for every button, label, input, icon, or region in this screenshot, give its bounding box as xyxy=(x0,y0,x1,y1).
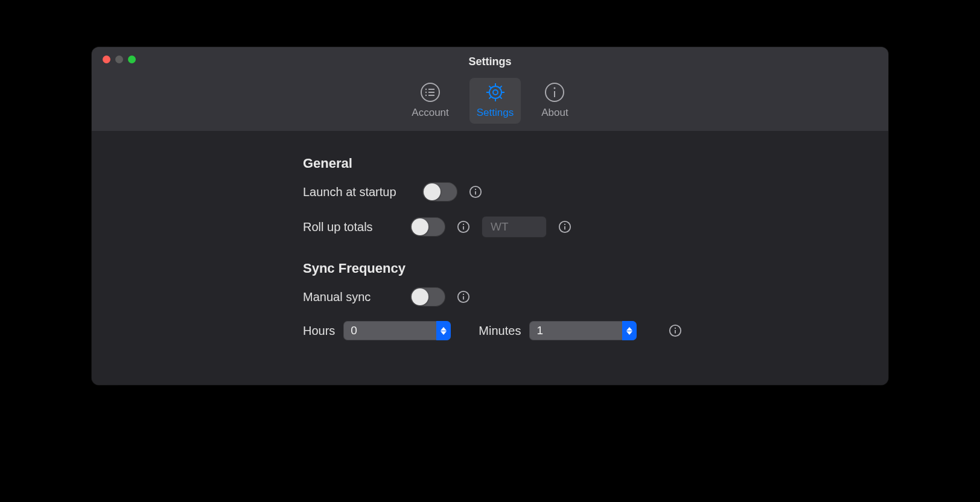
rollup-info-icon[interactable] xyxy=(456,220,471,234)
launch-label: Launch at startup xyxy=(303,185,412,199)
list-icon xyxy=(419,81,441,103)
minutes-select[interactable]: 1 xyxy=(529,321,637,340)
svg-marker-33 xyxy=(441,331,447,335)
launch-info-icon[interactable] xyxy=(468,185,483,199)
svg-marker-34 xyxy=(626,327,632,331)
svg-marker-35 xyxy=(626,331,632,335)
close-button[interactable] xyxy=(103,56,110,63)
minutes-value: 1 xyxy=(529,324,622,337)
manual-sync-label: Manual sync xyxy=(303,290,399,304)
svg-line-16 xyxy=(500,86,502,88)
tab-about[interactable]: About xyxy=(534,78,575,124)
manual-sync-toggle[interactable] xyxy=(410,287,445,307)
rollup-toggle[interactable] xyxy=(410,217,445,237)
svg-line-15 xyxy=(489,97,491,99)
launch-row: Launch at startup xyxy=(303,182,852,202)
toggle-knob xyxy=(412,218,428,235)
frequency-info-icon[interactable] xyxy=(668,323,682,338)
svg-point-1 xyxy=(425,89,427,90)
svg-point-24 xyxy=(463,224,464,225)
svg-point-8 xyxy=(493,90,498,95)
settings-window: Settings Account xyxy=(92,47,888,385)
svg-line-13 xyxy=(489,86,491,88)
tab-settings[interactable]: Settings xyxy=(469,78,521,124)
gear-icon xyxy=(485,81,506,103)
toggle-knob xyxy=(424,183,441,200)
svg-point-37 xyxy=(675,328,676,329)
stepper-arrows-icon xyxy=(436,321,451,340)
tab-account-label: Account xyxy=(412,107,448,119)
manual-sync-info-icon[interactable] xyxy=(456,290,471,304)
tab-account[interactable]: Account xyxy=(404,78,456,124)
svg-point-3 xyxy=(425,92,427,93)
svg-point-18 xyxy=(554,87,556,89)
svg-point-27 xyxy=(564,224,565,225)
svg-marker-32 xyxy=(441,327,447,331)
window-title: Settings xyxy=(103,56,877,72)
rollup-input[interactable] xyxy=(482,216,547,238)
svg-line-14 xyxy=(500,97,502,99)
svg-point-7 xyxy=(489,86,501,98)
rollup-label: Roll up totals xyxy=(303,220,399,234)
info-icon xyxy=(544,81,565,103)
minutes-label: Minutes xyxy=(479,324,521,338)
content-pane: General Launch at startup Roll up totals xyxy=(92,132,888,385)
titlebar: Settings Account xyxy=(92,47,888,132)
manual-sync-row: Manual sync xyxy=(303,287,852,307)
launch-toggle[interactable] xyxy=(422,182,457,202)
general-heading: General xyxy=(303,156,852,171)
toolbar: Account xyxy=(103,72,877,131)
tab-settings-label: Settings xyxy=(477,107,514,119)
rollup-tag-info-icon[interactable] xyxy=(558,220,572,234)
minimize-button[interactable] xyxy=(115,56,123,63)
hours-value: 0 xyxy=(343,324,436,337)
svg-point-30 xyxy=(463,294,464,295)
traffic-lights xyxy=(103,56,136,63)
frequency-row: Hours 0 Minutes 1 xyxy=(303,321,852,340)
stepper-arrows-icon xyxy=(622,321,637,340)
tab-about-label: About xyxy=(541,107,568,119)
hours-select[interactable]: 0 xyxy=(343,321,451,340)
svg-point-5 xyxy=(425,95,427,96)
maximize-button[interactable] xyxy=(128,56,136,63)
svg-point-21 xyxy=(475,189,476,190)
toggle-knob xyxy=(412,288,428,305)
hours-label: Hours xyxy=(303,324,335,338)
sync-heading: Sync Frequency xyxy=(303,261,852,276)
rollup-row: Roll up totals xyxy=(303,216,852,238)
